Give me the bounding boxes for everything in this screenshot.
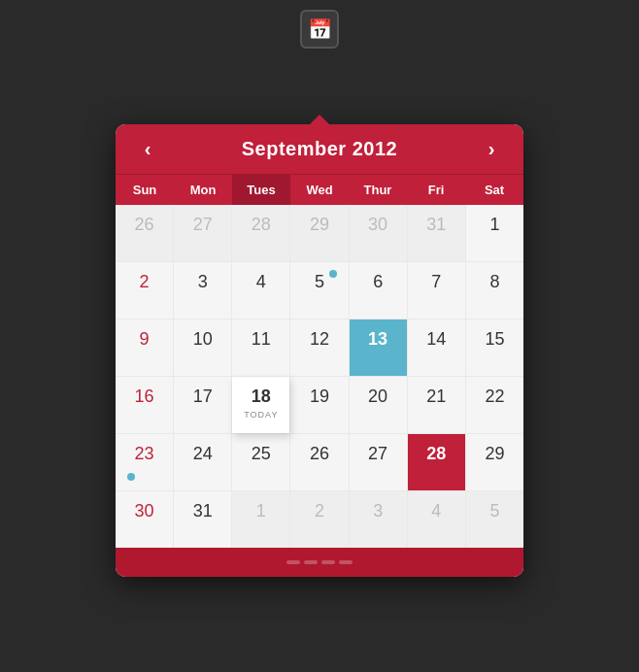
day-cell[interactable]: 25: [232, 434, 289, 490]
day-number: 29: [485, 444, 504, 465]
day-number: 14: [426, 329, 446, 351]
dow-cell-fri: Fri: [407, 175, 465, 205]
day-cell[interactable]: 27: [350, 434, 407, 490]
day-number: 8: [489, 272, 499, 293]
calendar-title: September 2012: [242, 138, 397, 160]
calendar: ‹ September 2012 › SunMonTuesWedThurFriS…: [116, 124, 523, 577]
dow-cell-mon: Mon: [174, 175, 232, 205]
day-number: 1: [489, 215, 499, 236]
day-number: 28: [426, 444, 446, 465]
day-number: 4: [256, 272, 266, 293]
event-dot: [127, 473, 135, 481]
day-cell[interactable]: 26: [116, 205, 173, 261]
day-number: 27: [368, 444, 387, 465]
day-cell[interactable]: 14: [408, 319, 465, 376]
day-number: 6: [373, 272, 383, 293]
day-cell[interactable]: 16: [116, 377, 173, 433]
day-cell[interactable]: 27: [174, 205, 231, 261]
day-cell[interactable]: 18TODAY: [232, 377, 289, 433]
dow-row: SunMonTuesWedThurFriSat: [116, 174, 523, 205]
calendar-icon: 📅: [308, 17, 332, 41]
day-cell[interactable]: 7: [408, 262, 465, 319]
day-cell[interactable]: 11: [232, 319, 289, 376]
today-label: TODAY: [244, 410, 278, 420]
next-month-button[interactable]: ›: [477, 138, 506, 160]
day-number: 11: [252, 329, 271, 351]
day-cell[interactable]: 9: [116, 319, 173, 376]
day-cell[interactable]: 6: [350, 262, 407, 319]
day-number: 3: [373, 501, 383, 522]
calendar-header: ‹ September 2012 ›: [116, 124, 523, 174]
day-cell[interactable]: 28: [232, 205, 289, 261]
day-number: 10: [193, 329, 213, 351]
day-cell[interactable]: 12: [290, 319, 348, 376]
day-number: 9: [140, 329, 150, 351]
day-number: 28: [252, 215, 271, 236]
day-cell[interactable]: 29: [290, 205, 348, 261]
day-cell[interactable]: 2: [290, 491, 348, 548]
day-cell[interactable]: 4: [232, 262, 289, 319]
day-cell[interactable]: 22: [466, 377, 523, 433]
event-dot: [329, 270, 337, 278]
day-number: 20: [368, 386, 387, 408]
day-cell[interactable]: 4: [408, 491, 465, 548]
day-cell[interactable]: 5: [290, 262, 348, 319]
day-number: 26: [310, 444, 329, 465]
day-cell[interactable]: 23: [116, 434, 173, 490]
calendar-wrapper: ‹ September 2012 › SunMonTuesWedThurFriS…: [116, 124, 523, 577]
dow-cell-tues: Tues: [232, 175, 290, 205]
footer-handle[interactable]: [286, 560, 353, 564]
calendar-footer: [116, 548, 523, 577]
dow-cell-sat: Sat: [465, 175, 523, 205]
day-number: 2: [315, 501, 324, 522]
days-grid: 262728293031123456789101112131415161718T…: [116, 205, 523, 548]
day-number: 22: [485, 386, 504, 408]
day-number: 5: [489, 501, 499, 522]
day-number: 30: [135, 501, 154, 522]
day-cell[interactable]: 21: [408, 377, 465, 433]
day-number: 21: [426, 386, 446, 408]
day-number: 4: [431, 501, 441, 522]
day-cell[interactable]: 5: [466, 491, 523, 548]
day-cell[interactable]: 17: [174, 377, 231, 433]
day-number: 15: [485, 329, 504, 351]
day-cell[interactable]: 1: [232, 491, 289, 548]
day-number: 12: [310, 329, 329, 351]
day-cell[interactable]: 30: [350, 205, 407, 261]
day-number: 26: [135, 215, 154, 236]
day-cell[interactable]: 3: [174, 262, 231, 319]
day-number: 19: [310, 386, 329, 408]
day-cell[interactable]: 24: [174, 434, 231, 490]
day-cell[interactable]: 29: [466, 434, 523, 490]
day-number: 17: [193, 386, 213, 408]
day-number: 7: [431, 272, 441, 293]
day-cell[interactable]: 2: [116, 262, 173, 319]
prev-month-button[interactable]: ‹: [133, 138, 162, 160]
day-cell[interactable]: 15: [466, 319, 523, 376]
day-cell[interactable]: 30: [116, 491, 173, 548]
day-number: 24: [193, 444, 213, 465]
day-cell[interactable]: 31: [174, 491, 231, 548]
day-number: 25: [252, 444, 271, 465]
dow-cell-wed: Wed: [290, 175, 349, 205]
day-number: 30: [368, 215, 387, 236]
day-cell[interactable]: 3: [350, 491, 407, 548]
day-number: 31: [193, 501, 213, 522]
day-cell[interactable]: 20: [350, 377, 407, 433]
calendar-icon-top[interactable]: 📅: [300, 10, 339, 49]
day-cell[interactable]: 28: [408, 434, 465, 490]
day-cell[interactable]: 13: [350, 319, 407, 376]
day-number: 31: [426, 215, 446, 236]
day-number: 3: [198, 272, 208, 293]
day-cell[interactable]: 26: [290, 434, 348, 490]
day-number: 2: [140, 272, 150, 293]
day-cell[interactable]: 19: [290, 377, 348, 433]
day-number: 29: [310, 215, 329, 236]
day-number: 1: [256, 501, 266, 522]
day-number: 18: [252, 386, 271, 408]
day-cell[interactable]: 10: [174, 319, 231, 376]
day-cell[interactable]: 8: [466, 262, 523, 319]
day-number: 27: [193, 215, 213, 236]
day-cell[interactable]: 1: [466, 205, 523, 261]
day-cell[interactable]: 31: [408, 205, 465, 261]
